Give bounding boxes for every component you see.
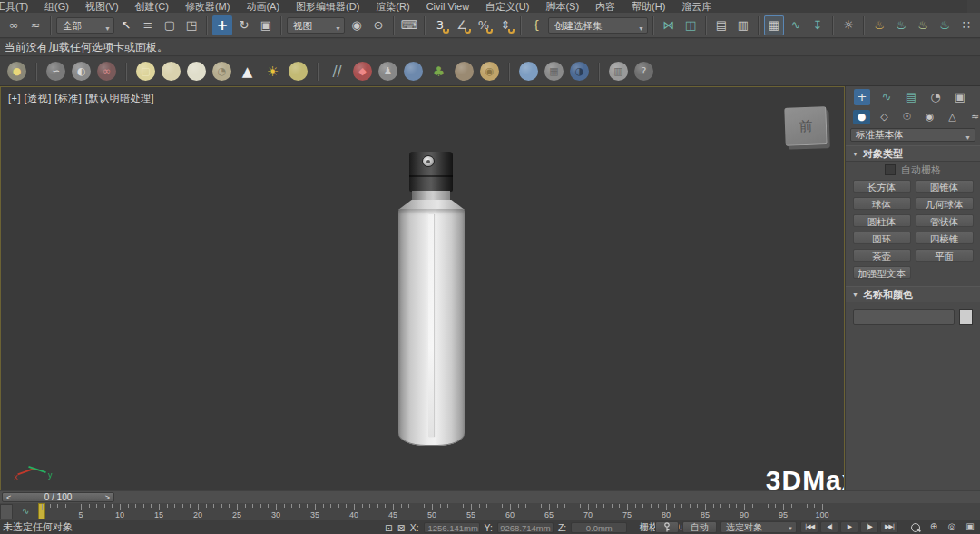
lights-subtab[interactable]: ☉: [898, 110, 916, 124]
z-coord-field[interactable]: 0.0mm: [571, 522, 627, 533]
object-type-button[interactable]: 加强型文本: [853, 266, 911, 279]
use-pivot-center-icon[interactable]: ◉: [347, 15, 367, 35]
dough-icon[interactable]: [162, 62, 181, 81]
bind-to-space-warp-icon[interactable]: ≈: [25, 15, 45, 35]
object-type-button[interactable]: 管状体: [916, 214, 974, 227]
select-and-link-icon[interactable]: ∞: [4, 15, 24, 35]
menu-h[interactable]: 帮助(H): [623, 0, 673, 13]
next-frame-arrow[interactable]: >: [105, 493, 110, 502]
hammer-icon[interactable]: ◆: [353, 62, 372, 81]
rendered-frame-icon[interactable]: ♨: [913, 15, 933, 35]
slate-material-icon[interactable]: ▦: [544, 62, 564, 81]
time-slider-handle[interactable]: < 0 / 100 >: [2, 492, 114, 502]
select-and-rotate-icon[interactable]: ↻: [234, 15, 254, 35]
autogrid-checkbox[interactable]: [885, 164, 896, 175]
previous-frame-button[interactable]: ◀|: [820, 521, 838, 533]
rain-icon[interactable]: //: [328, 62, 347, 81]
object-color-swatch[interactable]: [959, 309, 973, 325]
menu-d[interactable]: 图形编辑器(D): [288, 0, 368, 13]
name-color-rollout-header[interactable]: ▼ 名称和颜色: [846, 286, 980, 302]
shell-icon[interactable]: ◔: [212, 62, 231, 81]
percent-snap-icon[interactable]: %: [474, 15, 494, 35]
go-to-end-button[interactable]: ▶▶|: [880, 521, 898, 533]
animal-icon[interactable]: [455, 62, 474, 81]
plant-icon[interactable]: ♣: [429, 62, 448, 81]
menu-m[interactable]: 修改器(M): [177, 0, 239, 13]
select-object-icon[interactable]: ↖: [116, 15, 136, 35]
menu-r[interactable]: 渲染(R): [368, 0, 417, 13]
display-tab[interactable]: ▣: [952, 89, 968, 105]
object-type-button[interactable]: 长方体: [853, 180, 911, 193]
state-sets-icon[interactable]: ∷: [956, 15, 976, 35]
reference-coordinate-dropdown[interactable]: 视图▼: [287, 17, 345, 34]
dark-sphere-icon[interactable]: ◑: [570, 62, 589, 81]
render-setup-window-icon[interactable]: ♨: [891, 15, 911, 35]
lion-icon[interactable]: ◉: [480, 62, 499, 81]
play-button[interactable]: ▶: [840, 521, 858, 533]
object-type-button[interactable]: 平面: [916, 249, 974, 262]
spinner-snap-icon[interactable]: ⇕: [495, 15, 515, 35]
y-coord-field[interactable]: 9268.714mm: [497, 522, 554, 533]
object-type-button[interactable]: 圆柱体: [853, 214, 911, 227]
butter-slab-icon[interactable]: ▢: [136, 62, 155, 81]
shapes-subtab[interactable]: ◇: [876, 110, 893, 124]
hierarchy-tab[interactable]: ▤: [903, 89, 919, 105]
menu-c[interactable]: 创建(C): [127, 0, 177, 13]
pale-sphere-icon[interactable]: [187, 62, 206, 81]
zoom-icon[interactable]: [907, 521, 924, 533]
object-type-rollout-header[interactable]: ▼ 对象类型: [846, 145, 980, 162]
menu-v[interactable]: 视图(V): [77, 0, 127, 13]
glasses-icon[interactable]: ∞: [97, 62, 116, 81]
spacewarps-subtab[interactable]: ≈: [966, 110, 980, 124]
maxscript-mini-listener[interactable]: [0, 504, 13, 519]
select-and-manipulate-icon[interactable]: ⊙: [368, 15, 388, 35]
angle-snap-icon[interactable]: ∠: [452, 15, 472, 35]
menu-item[interactable]: 内容: [587, 0, 623, 13]
cameras-subtab[interactable]: ◉: [921, 110, 938, 124]
keyboard-override-icon[interactable]: ⌨: [399, 15, 419, 35]
previous-frame-arrow[interactable]: <: [6, 493, 11, 502]
render-setup-icon[interactable]: ☼: [838, 15, 858, 35]
named-selection-sets-dropdown[interactable]: 创建选择集▼: [548, 17, 648, 34]
object-name-input[interactable]: [853, 309, 955, 325]
track-bar[interactable]: ∿ 51015202530354045505560657075808590951…: [0, 503, 980, 521]
clipboard-icon[interactable]: ▥: [609, 62, 628, 81]
fish-icon[interactable]: ∽: [46, 62, 65, 81]
object-type-button[interactable]: 圆锥体: [916, 180, 974, 193]
viewport-label[interactable]: [+] [透视] [标准] [默认明暗处理]: [8, 92, 154, 105]
menu-t[interactable]: 工具(T): [0, 0, 36, 13]
maximize-viewport-icon[interactable]: ▣: [962, 521, 978, 533]
align-icon[interactable]: ◫: [681, 15, 701, 35]
selection-lock-icon[interactable]: ⊠: [397, 522, 406, 533]
selected-filter-dropdown[interactable]: 选定对象 ▼: [720, 521, 797, 533]
menu-g[interactable]: 组(G): [36, 0, 77, 13]
geometry-subtab[interactable]: ●: [853, 110, 870, 124]
sky-sphere-icon[interactable]: [519, 62, 538, 81]
menu-civil-view[interactable]: Civil View: [418, 0, 477, 13]
scene-explorer-icon[interactable]: ▤: [711, 15, 731, 35]
orbit-icon[interactable]: ◎: [944, 521, 960, 533]
object-type-button[interactable]: 球体: [853, 197, 911, 210]
menu-u[interactable]: 自定义(U): [477, 0, 537, 13]
select-by-name-icon[interactable]: ≡: [138, 15, 158, 35]
auto-key-button[interactable]: 自动: [682, 521, 717, 533]
curve-editor-icon[interactable]: ∿: [786, 15, 806, 35]
time-slider-track[interactable]: < 0 / 100 >: [0, 491, 980, 504]
zoom-extents-icon[interactable]: ⊕: [926, 521, 942, 533]
next-frame-button[interactable]: |▶: [860, 521, 878, 533]
window-crossing-icon[interactable]: ◳: [181, 15, 201, 35]
mini-curve-editor-icon[interactable]: ∿: [22, 506, 29, 516]
render-production-icon[interactable]: ♨: [935, 15, 955, 35]
utilities-tab[interactable]: ʃ: [976, 89, 980, 105]
isolate-selection-icon[interactable]: ⊡: [385, 522, 393, 533]
edit-named-selection-sets-icon[interactable]: {: [526, 15, 546, 35]
object-type-button[interactable]: 茶壶: [853, 249, 911, 262]
go-to-start-button[interactable]: |◀◀: [800, 521, 818, 533]
object-type-button[interactable]: 圆环: [853, 232, 911, 244]
motion-tab[interactable]: ◔: [927, 89, 944, 105]
selection-filter-dropdown[interactable]: 全部▼: [56, 17, 114, 34]
object-type-button[interactable]: 四棱锥: [916, 232, 974, 244]
ribbon-toggle-icon[interactable]: ▦: [764, 15, 784, 35]
create-tab[interactable]: +: [854, 89, 870, 105]
material-editor-icon[interactable]: ♨: [869, 15, 889, 35]
